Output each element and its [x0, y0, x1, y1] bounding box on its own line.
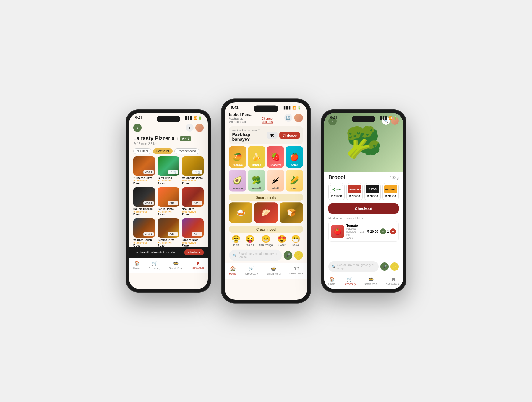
fruit-avocado[interactable]: 🥑 Avocado — [229, 170, 246, 192]
fruit-mirchi[interactable]: 🌶 Mirchi — [267, 170, 284, 192]
fruit-pappaya[interactable]: 🥭 Pappaya — [229, 146, 246, 168]
store-star[interactable]: ★ STAR ₹ 32.00 — [364, 183, 381, 200]
back-button[interactable]: ‹ — [133, 124, 142, 132]
food-reviews-slice: ★ 91 reviews — [182, 241, 204, 244]
nav-smartmeal-1[interactable]: 🍲 Smart Meal — [169, 260, 183, 270]
mood-panipuri[interactable]: 😜 Panipuri — [245, 234, 255, 247]
food-price-couble: ₹ 450 — [133, 213, 155, 216]
voice-btn-2[interactable]: 🎤 — [284, 251, 292, 260]
store-dmart[interactable]: D❱Mart ₹ 28.00 — [328, 183, 345, 200]
search-input-2[interactable]: 🔍 Search any meal, grocery or recipe — [229, 250, 282, 261]
fruit-banana[interactable]: 🍌 Banana — [248, 146, 265, 168]
search-placeholder-3: Search any meal, grocery or recipe — [337, 263, 375, 270]
checkout-button[interactable]: Checkout — [184, 249, 204, 255]
mood-jobhi-emoji: 😤 — [231, 234, 241, 243]
bigbazaar-logo: BIG BAZAAR — [348, 185, 361, 193]
tomato-price-row: ₹ 20.00 + 1 − — [367, 228, 396, 234]
food-reviews-margherita: ★ 91 reviews — [182, 179, 204, 182]
food-img-7cheese: Add + — [133, 156, 155, 176]
food-name-paneer: Paneer Pizza — [158, 208, 179, 210]
nav-grocery-2[interactable]: 🛒 Grocesary — [245, 265, 258, 275]
nav-smartmeal-2[interactable]: 🍲 Smart Meal — [267, 265, 281, 275]
nav-home-2[interactable]: 🏠 Home — [229, 265, 236, 275]
fruit-brocoli[interactable]: 🥦 Brocoli — [248, 170, 265, 192]
mood-sabkhauga[interactable]: 😁 Sab khauga — [259, 234, 273, 247]
fruit-corn[interactable]: 🌽 Corn — [286, 170, 303, 192]
qty-minus-margherita[interactable]: - — [194, 171, 194, 174]
fruit-apple[interactable]: 🍎 Apple — [286, 146, 303, 168]
add-7cheese-btn[interactable]: Add + — [143, 170, 154, 174]
filter-chip-filters[interactable]: ⚙ Filters — [133, 148, 151, 154]
change-address-link[interactable]: Change address — [262, 117, 284, 124]
add-slice-btn[interactable]: Add + — [192, 232, 202, 236]
add-pestino-btn[interactable]: Add + — [168, 232, 178, 236]
smart-meal-2[interactable]: 🥟 — [254, 202, 278, 223]
add-veggies-btn[interactable]: Add + — [143, 232, 154, 236]
voice-btn-3[interactable]: 🎤 — [380, 262, 389, 271]
qty-plus-margherita[interactable]: 🛒 — [198, 171, 201, 174]
avatar[interactable] — [195, 124, 204, 132]
nav-grocery-1[interactable]: 🛒 Grocesary — [148, 260, 161, 270]
time-2: 9:41 — [231, 106, 238, 110]
food-price-neo: ₹ 149 — [182, 213, 204, 216]
share-button[interactable]: ⬆ — [186, 124, 194, 132]
qty-plus-farmfresh[interactable]: 🛒 — [173, 171, 177, 174]
phone-grocery: 9:41 ▋▋▋ 📶 🔋 🥦 ‹ 🔍 Brocoli 100 g — [321, 109, 406, 293]
nav-smartmeal-3[interactable]: 🍲 Smart Meal — [364, 276, 378, 286]
mood-kaavo[interactable]: 😷 Kaavo — [291, 234, 301, 247]
phone-home: 9:41 ▋▋▋ 📶 🔋 Isobel Pena Vastrapur, Ahme… — [221, 99, 311, 304]
qty-margherita[interactable]: - 1 🛒 — [192, 170, 202, 174]
tomato-qty-plus[interactable]: + — [380, 228, 386, 234]
nav-restaurant-1[interactable]: 🍽 Restaurant — [191, 260, 204, 270]
food-img-paneer: Add + — [158, 187, 179, 207]
search-input-3[interactable]: 🔍 Search any meal, grocery or recipe — [328, 261, 379, 272]
nav-restaurant-3[interactable]: 🍽 Restaurant — [386, 276, 399, 286]
nav-home-3[interactable]: 🏠 Home — [328, 276, 335, 286]
filter-chip-bestseller[interactable]: Bestseller — [153, 148, 173, 154]
share-btn-2[interactable]: 🔄 — [284, 114, 292, 122]
ai-btn-3[interactable]: ✨ — [390, 262, 399, 271]
mood-sabkhauga-emoji: 😁 — [261, 234, 271, 243]
smart-meal-3[interactable]: 🍞 — [280, 202, 303, 223]
suggest-yes-btn[interactable]: Chaloooo — [279, 132, 300, 138]
home-icon-3: 🏠 — [329, 276, 335, 282]
brocoli-emoji: 🥦 — [252, 176, 261, 185]
apple-emoji: 🍎 — [290, 153, 299, 161]
crazy-moods-row: 😤 Jo bhi 😜 Panipuri 😁 Sab khauga 😍 Sweet… — [225, 233, 307, 248]
corn-emoji: 🌽 — [290, 176, 299, 185]
checkout-btn-3[interactable]: Checkout — [328, 203, 399, 214]
star-logo: ★ STAR — [366, 185, 379, 193]
info-icon[interactable]: ℹ — [176, 137, 178, 141]
status-bar-3: 9:41 ▋▋▋ 📶 🔋 — [324, 113, 403, 121]
store-bigbazaar[interactable]: BIG BAZAAR ₹ 30.00 — [346, 183, 363, 200]
store-national[interactable]: NATIONAL ₹ 31.00 — [382, 183, 399, 200]
avatar-2[interactable] — [294, 114, 303, 122]
food-reviews-pestino: ★ 74 reviews — [158, 241, 179, 244]
add-paneer-btn[interactable]: Add + — [168, 201, 178, 205]
food-price-pestino: ₹ 250 — [158, 244, 179, 247]
search-icon-3: 🔍 — [332, 265, 335, 268]
tomato-info: Tomato National handloom | 2.2 KM 100 g — [346, 224, 365, 239]
smart-meal-1[interactable]: 🍛 — [229, 202, 252, 223]
nav-grocery-3[interactable]: 🛒 Grocesary — [343, 276, 356, 286]
add-couble-btn[interactable]: Add + — [143, 201, 154, 205]
brocoli-label: Brocoli — [248, 187, 265, 190]
tomato-qty-minus[interactable]: − — [390, 228, 396, 234]
rating-badge: ★ 4.5 — [180, 136, 191, 141]
battery-icon-3: 🔋 — [393, 116, 397, 120]
fruit-straberry[interactable]: 🍓 Straberry — [267, 146, 284, 168]
qty-farmfresh[interactable]: - 1 🛒 — [168, 170, 178, 174]
add-neo-btn[interactable]: Add + — [192, 201, 202, 205]
tomato-item-row: 🍅 Tomato National handloom | 2.2 KM 100 … — [328, 221, 399, 242]
mood-sweet[interactable]: 😍 Sweet — [277, 234, 287, 247]
suggest-no-btn[interactable]: NO — [267, 132, 278, 138]
phone3-screen: 9:41 ▋▋▋ 📶 🔋 🥦 ‹ 🔍 Brocoli 100 g — [324, 113, 403, 289]
ai-btn-2[interactable]: ✨ — [294, 251, 303, 260]
mood-jobhi[interactable]: 😤 Jo bhi — [231, 234, 241, 247]
nav-home-1[interactable]: 🏠 Home — [133, 260, 140, 270]
nav-restaurant-2[interactable]: 🍽 Restaurant — [289, 265, 303, 275]
smartmeal-icon-1: 🍲 — [173, 260, 179, 266]
nav-smartmeal-label-1: Smart Meal — [169, 267, 183, 270]
filter-chip-recommended[interactable]: Recommeded — [174, 148, 199, 154]
qty-minus-farmfresh[interactable]: - — [169, 171, 170, 174]
